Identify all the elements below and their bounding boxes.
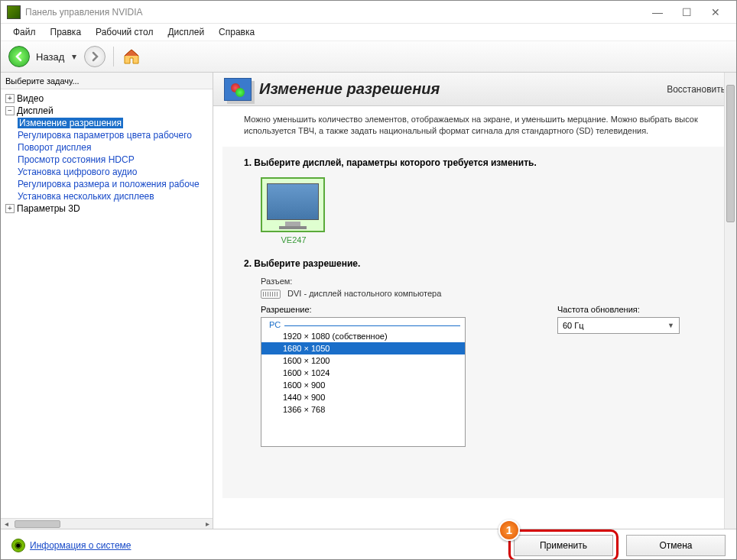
tree-item-label: Регулировка размера и положения рабоче xyxy=(18,179,200,189)
resolution-label: Разрешение: xyxy=(261,305,466,314)
tree-item-label: Параметры 3D xyxy=(17,203,80,214)
nvidia-icon xyxy=(7,5,21,19)
chevron-down-icon: ▼ xyxy=(667,322,674,329)
tree-item-label: Установка цифрового аудио xyxy=(18,167,137,177)
tree-item[interactable]: +Параметры 3D xyxy=(2,202,211,215)
tree-item[interactable]: Регулировка параметров цвета рабочего xyxy=(2,129,211,141)
forward-button[interactable] xyxy=(84,46,106,67)
back-button[interactable] xyxy=(8,46,30,67)
back-label: Назад xyxy=(36,51,64,63)
description-text: Можно уменьшить количество элементов, от… xyxy=(213,106,736,144)
tree-expand-icon[interactable]: − xyxy=(5,106,15,115)
resolution-option[interactable]: 1600 × 1200 xyxy=(261,354,465,367)
home-button[interactable] xyxy=(122,47,141,66)
content-area: Изменение разрешения Восстановить Можно … xyxy=(213,73,736,529)
refresh-value: 60 Гц xyxy=(563,321,667,330)
tree-item[interactable]: Установка нескольких дисплеев xyxy=(2,190,211,202)
sidebar: Выберите задачу... +Видео−ДисплейИзменен… xyxy=(1,73,213,529)
connector-label: Разъем: xyxy=(261,277,706,286)
toolbar: Назад ▾ xyxy=(1,40,736,73)
tree-item-label: Видео xyxy=(17,93,44,104)
tree-item-label: Установка нескольких дисплеев xyxy=(18,191,154,202)
tree-expand-icon[interactable]: + xyxy=(5,94,15,103)
tree-item-label: Дисплей xyxy=(17,105,54,116)
close-button[interactable]: ✕ xyxy=(701,2,730,23)
resolution-header-icon xyxy=(224,78,252,101)
resolution-option[interactable]: 1920 × 1080 (собственное) xyxy=(261,330,465,342)
menubar: Файл Правка Рабочий стол Дисплей Справка xyxy=(1,24,736,40)
menu-desktop[interactable]: Рабочий стол xyxy=(89,25,159,39)
resolution-option[interactable]: 1680 × 1050 xyxy=(261,342,465,354)
task-tree[interactable]: +Видео−ДисплейИзменение разрешенияРегули… xyxy=(1,89,213,518)
scroll-right-icon[interactable]: ▸ xyxy=(202,520,213,528)
scroll-thumb[interactable] xyxy=(15,520,60,528)
menu-help[interactable]: Справка xyxy=(213,25,261,39)
resolution-group-label: PC xyxy=(261,318,465,330)
tree-item[interactable]: −Дисплей xyxy=(2,105,211,117)
dvi-connector-icon xyxy=(261,290,281,299)
tree-item-label: Регулировка параметров цвета рабочего xyxy=(18,130,192,141)
window-title: Панель управления NVIDIA xyxy=(25,7,643,18)
tree-item[interactable]: Регулировка размера и положения рабоче xyxy=(2,178,211,190)
restore-link[interactable]: Восстановить xyxy=(667,84,726,95)
menu-file[interactable]: Файл xyxy=(7,25,42,39)
menu-edit[interactable]: Правка xyxy=(44,25,88,39)
resolution-option[interactable]: 1440 × 900 xyxy=(261,391,465,403)
resolution-listbox[interactable]: PC1920 × 1080 (собственное)1680 × 105016… xyxy=(261,317,466,447)
tree-item[interactable]: Просмотр состояния HDCP xyxy=(2,154,211,166)
tree-item-label: Изменение разрешения xyxy=(18,118,123,128)
menu-display[interactable]: Дисплей xyxy=(161,25,210,39)
scroll-left-icon[interactable]: ◂ xyxy=(1,520,11,528)
footer: ◉ Информация о системе 1 Применить Отмен… xyxy=(1,529,736,560)
sysinfo-icon: ◉ xyxy=(11,539,25,552)
monitor-label: VE247 xyxy=(261,235,326,244)
connector-value: DVI - дисплей настольного компьютера xyxy=(287,289,441,298)
sidebar-hscroll[interactable]: ◂ ▸ xyxy=(1,518,213,529)
content-title: Изменение разрешения xyxy=(259,80,667,98)
back-dropdown-icon[interactable]: ▾ xyxy=(72,51,80,62)
content-vscroll[interactable] xyxy=(724,73,736,529)
apply-button[interactable]: Применить xyxy=(514,535,613,556)
tree-item-label: Поворот дисплея xyxy=(18,142,92,153)
section2-title: 2. Выберите разрешение. xyxy=(244,258,706,269)
apply-highlight: 1 Применить xyxy=(508,529,618,561)
titlebar: Панель управления NVIDIA — ☐ ✕ xyxy=(1,1,736,24)
toolbar-separator xyxy=(113,47,114,66)
resolution-option[interactable]: 1366 × 768 xyxy=(261,403,465,416)
sidebar-header: Выберите задачу... xyxy=(1,73,213,89)
refresh-combobox[interactable]: 60 Гц ▼ xyxy=(557,317,680,334)
tree-item-label: Просмотр состояния HDCP xyxy=(18,154,135,165)
monitor-icon[interactable] xyxy=(261,177,325,232)
vscroll-thumb[interactable] xyxy=(726,85,735,222)
content-header: Изменение разрешения Восстановить xyxy=(213,73,736,106)
maximize-button[interactable]: ☐ xyxy=(672,2,701,23)
section1-title: 1. Выберите дисплей, параметры которого … xyxy=(244,157,706,168)
tree-expand-icon[interactable]: + xyxy=(5,204,15,213)
resolution-option[interactable]: 1600 × 1024 xyxy=(261,367,465,379)
tree-item[interactable]: Изменение разрешения xyxy=(2,117,211,129)
step-callout-1: 1 xyxy=(498,520,520,541)
system-info-link[interactable]: Информация о системе xyxy=(30,540,131,551)
tree-item[interactable]: Установка цифрового аудио xyxy=(2,166,211,178)
settings-panel: 1. Выберите дисплей, параметры которого … xyxy=(222,147,727,498)
refresh-label: Частота обновления: xyxy=(557,305,680,314)
cancel-button[interactable]: Отмена xyxy=(626,535,726,556)
resolution-option[interactable]: 1600 × 900 xyxy=(261,379,465,391)
display-selector[interactable]: VE247 xyxy=(261,177,326,244)
tree-item[interactable]: +Видео xyxy=(2,92,211,105)
tree-item[interactable]: Поворот дисплея xyxy=(2,141,211,154)
minimize-button[interactable]: — xyxy=(643,2,672,23)
